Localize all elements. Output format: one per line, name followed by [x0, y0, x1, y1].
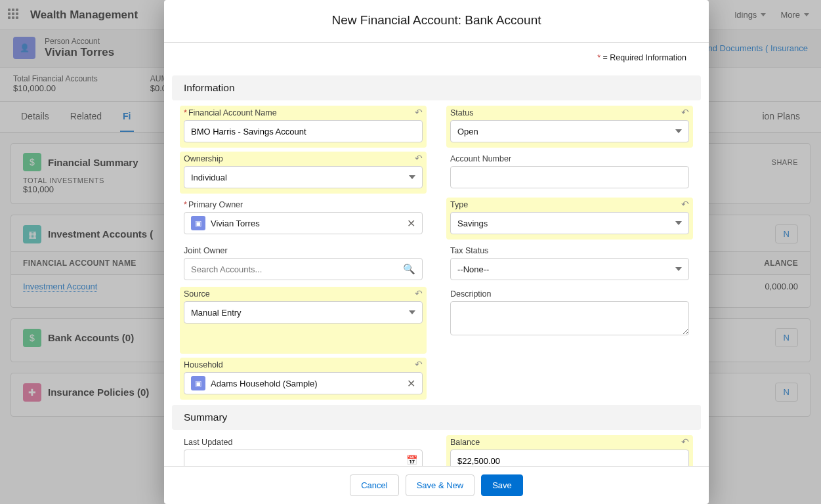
search-icon: 🔍: [403, 263, 415, 275]
chevron-down-icon: [675, 129, 682, 133]
chevron-down-icon: [675, 267, 682, 271]
field-tax-status: Tax Status --None--: [450, 246, 689, 280]
field-joint-owner: Joint Owner 🔍: [184, 246, 423, 280]
field-primary-owner: *Primary Owner ▣ Vivian Torres ✕: [184, 200, 423, 237]
joint-owner-lookup[interactable]: 🔍: [184, 258, 423, 280]
chevron-down-icon: [409, 310, 415, 314]
section-summary: Summary: [172, 405, 701, 430]
clear-icon[interactable]: ✕: [407, 217, 415, 230]
status-select[interactable]: Open: [450, 120, 689, 142]
field-balance: ↶ Balance: [446, 435, 693, 466]
type-select[interactable]: Savings: [450, 212, 689, 234]
field-source: ↶ Source Manual Entry: [180, 287, 427, 354]
section-information: Information: [172, 75, 701, 100]
undo-icon[interactable]: ↶: [681, 107, 689, 117]
field-financial-account-name: ↶ *Financial Account Name: [180, 106, 427, 148]
clear-icon[interactable]: ✕: [407, 377, 415, 390]
undo-icon[interactable]: ↶: [415, 107, 423, 117]
modal-footer: Cancel Save & New Save: [164, 466, 709, 504]
field-last-updated: Last Updated 📅: [184, 438, 423, 466]
chevron-down-icon: [409, 175, 415, 179]
account-record-icon: ▣: [191, 216, 205, 230]
field-description: Description: [450, 289, 689, 351]
undo-icon[interactable]: ↶: [681, 199, 689, 209]
calendar-icon[interactable]: 📅: [406, 455, 417, 465]
field-household: ↶ Household ▣ Adams Household (Sample) ✕: [180, 358, 427, 400]
required-info-note: * = Required Information: [184, 43, 689, 73]
new-financial-account-modal: New Financial Account: Bank Account * = …: [164, 0, 709, 504]
save-and-new-button[interactable]: Save & New: [406, 474, 475, 496]
ownership-select[interactable]: Individual: [184, 166, 423, 188]
account-record-icon: ▣: [191, 376, 205, 390]
financial-account-name-input[interactable]: [184, 120, 423, 142]
undo-icon[interactable]: ↶: [415, 153, 423, 163]
balance-input[interactable]: [450, 450, 689, 466]
account-number-input[interactable]: [450, 166, 689, 188]
source-select[interactable]: Manual Entry: [184, 301, 423, 324]
field-ownership: ↶ Ownership Individual: [180, 152, 427, 194]
household-lookup[interactable]: ▣ Adams Household (Sample) ✕: [184, 372, 423, 394]
chevron-down-icon: [675, 221, 682, 225]
save-button[interactable]: Save: [481, 474, 523, 496]
cancel-button[interactable]: Cancel: [350, 474, 398, 496]
primary-owner-lookup[interactable]: ▣ Vivian Torres ✕: [184, 212, 423, 234]
field-status: ↶ Status Open: [446, 106, 693, 148]
joint-owner-search-input[interactable]: [191, 259, 398, 280]
field-account-number: Account Number: [450, 154, 689, 191]
modal-title: New Financial Account: Bank Account: [164, 0, 709, 43]
description-textarea[interactable]: [450, 301, 689, 335]
undo-icon[interactable]: ↶: [415, 359, 423, 369]
field-type: ↶ Type Savings: [446, 198, 693, 240]
tax-status-select[interactable]: --None--: [450, 258, 689, 280]
undo-icon[interactable]: ↶: [415, 288, 423, 299]
undo-icon[interactable]: ↶: [681, 436, 689, 447]
last-updated-input[interactable]: [184, 450, 423, 466]
